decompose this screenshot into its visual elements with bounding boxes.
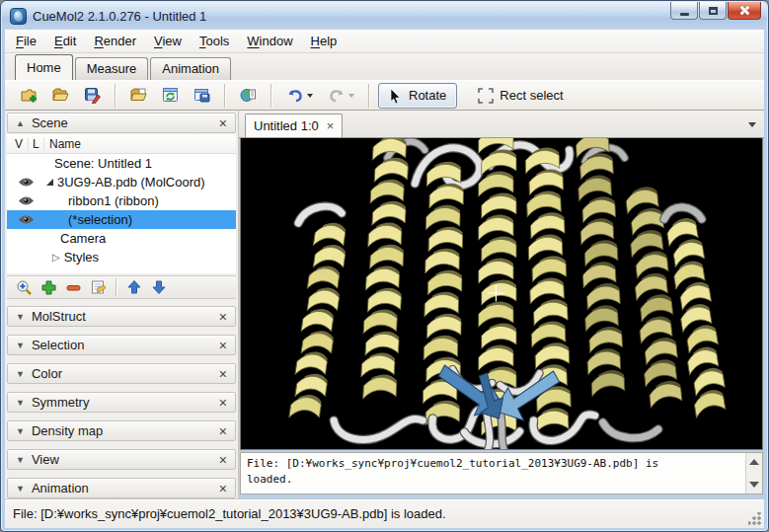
menu-render[interactable]: Render <box>85 31 145 51</box>
panel-close-icon[interactable]: × <box>219 398 227 408</box>
tree-item-label: 3UG9-AB.pdb (MolCoord) <box>57 175 205 190</box>
menu-edit[interactable]: Edit <box>45 31 85 51</box>
expand-chevron-icon: ▼ <box>16 426 25 436</box>
tree-row[interactable]: (*selection) <box>7 210 236 229</box>
panel-title: Selection <box>32 338 219 352</box>
tab-animation[interactable]: Animation <box>150 57 231 80</box>
close-button[interactable] <box>728 2 761 20</box>
app-window: CueMol2 2.1.0.276 - Untitled 1 FileEditR… <box>0 0 769 532</box>
scene-new-icon <box>21 87 38 104</box>
panel-close-icon[interactable]: × <box>219 341 227 350</box>
add-button[interactable] <box>38 277 59 297</box>
tab-measure[interactable]: Measure <box>75 57 149 80</box>
expand-chevron-icon: ▼ <box>16 341 25 350</box>
move-up-icon <box>126 279 142 295</box>
scroll-up-icon[interactable] <box>749 459 759 465</box>
toolbar-separator <box>115 84 115 108</box>
panel-close-icon[interactable]: × <box>219 426 227 436</box>
menu-help[interactable]: Help <box>302 31 346 51</box>
tree-item-label: Styles <box>64 250 99 265</box>
view-reload-button[interactable] <box>156 83 184 109</box>
toolbar-separator <box>368 84 369 108</box>
scene-open-button[interactable] <box>46 83 74 109</box>
panel-close-icon[interactable]: × <box>219 455 227 465</box>
panel-header-view[interactable]: ▼View× <box>7 449 236 470</box>
cursor-arrow-icon <box>389 88 403 104</box>
properties-button[interactable] <box>87 277 109 297</box>
minimize-button[interactable] <box>670 2 698 20</box>
zoom-plus-icon <box>16 279 33 296</box>
move-down-icon <box>151 279 167 295</box>
toolbar-separator <box>224 84 225 108</box>
menu-view[interactable]: View <box>145 31 191 51</box>
panel-header-molstruct[interactable]: ▼MolStruct× <box>7 306 236 327</box>
panel-header-density-map[interactable]: ▼Density map× <box>7 420 236 441</box>
resize-grip[interactable] <box>748 512 762 526</box>
tab-home[interactable]: Home <box>15 54 73 80</box>
log-output[interactable]: File: [D:¥works_sync¥proj¥cuemol2_tutori… <box>240 452 763 494</box>
visibility-eye-icon[interactable] <box>7 195 44 206</box>
add-icon <box>40 279 57 296</box>
view-tab-dropdown-icon[interactable] <box>748 122 756 127</box>
network-pdb-button[interactable] <box>234 83 262 109</box>
tree-row[interactable]: Scene: Untitled 1 <box>7 154 236 173</box>
panel-close-icon[interactable]: × <box>219 484 227 494</box>
expander-open-icon[interactable] <box>46 179 53 186</box>
file-open-button[interactable] <box>124 83 152 109</box>
tree-row[interactable]: Camera <box>7 229 236 248</box>
dropdown-caret-icon[interactable] <box>307 94 313 98</box>
menu-file[interactable]: File <box>7 31 45 51</box>
molecule-viewport[interactable] <box>240 138 763 450</box>
view-tab[interactable]: Untitled 1:0 × <box>245 114 343 137</box>
undo-button[interactable] <box>280 83 318 109</box>
zoom-plus-button[interactable] <box>13 277 35 297</box>
log-scrollbar[interactable] <box>745 453 762 494</box>
panel-header-color[interactable]: ▼Color× <box>7 363 236 384</box>
file-open-icon <box>130 87 147 104</box>
panel-close-icon[interactable]: × <box>219 369 227 379</box>
view-tab-close-icon[interactable]: × <box>327 121 335 131</box>
tree-row[interactable]: ribbon1 (ribbon) <box>7 191 236 210</box>
move-up-button[interactable] <box>123 277 145 297</box>
menu-tools[interactable]: Tools <box>191 31 238 51</box>
panel-header-symmetry[interactable]: ▼Symmetry× <box>7 392 236 413</box>
scene-new-button[interactable] <box>15 83 42 109</box>
view-save-button[interactable] <box>188 83 215 109</box>
expander-closed-icon[interactable]: ▷ <box>52 252 60 263</box>
move-down-button[interactable] <box>148 277 170 297</box>
scene-save-button[interactable] <box>78 83 106 109</box>
panel-header-selection[interactable]: ▼Selection× <box>7 335 236 355</box>
tree-row[interactable]: ▷Styles <box>7 248 236 266</box>
maximize-button[interactable] <box>699 2 727 20</box>
expand-chevron-icon: ▼ <box>16 369 25 379</box>
scroll-down-icon[interactable] <box>749 482 759 488</box>
rotate-label: Rotate <box>409 88 446 103</box>
menu-window[interactable]: Window <box>238 31 301 51</box>
app-icon <box>10 8 27 25</box>
scene-panel-close-icon[interactable]: × <box>219 118 227 128</box>
panel-title: Density map <box>32 423 219 438</box>
panel-title: Symmetry <box>32 395 219 410</box>
panel-header-animation[interactable]: ▼Animation× <box>7 478 236 498</box>
scene-panel-header[interactable]: ▲ Scene × <box>7 113 236 133</box>
status-text: File: [D:¥works_sync¥proj¥cuemol2_tutori… <box>13 506 446 521</box>
toolbar-separator <box>115 278 116 296</box>
tree-item-label: ribbon1 (ribbon) <box>68 193 159 208</box>
visibility-eye-icon[interactable] <box>7 214 44 225</box>
panel-close-icon[interactable]: × <box>219 312 227 322</box>
title-bar[interactable]: CueMol2 2.1.0.276 - Untitled 1 <box>2 2 767 30</box>
remove-button[interactable] <box>62 277 84 297</box>
redo-button[interactable] <box>322 83 359 109</box>
visibility-eye-icon[interactable] <box>7 177 44 188</box>
left-sidebar: ▲ Scene × V L Name Scene: Untitled 13UG9… <box>5 111 239 498</box>
panel-title: MolStruct <box>32 309 219 324</box>
collapse-chevron-icon: ▲ <box>16 118 25 128</box>
column-name: Name <box>44 137 81 151</box>
status-bar: File: [D:¥works_sync¥proj¥cuemol2_tutori… <box>5 498 764 528</box>
toolbar-separator <box>270 84 271 108</box>
dropdown-caret-icon[interactable] <box>348 94 354 98</box>
expand-chevron-icon: ▼ <box>16 312 25 322</box>
tree-row[interactable]: 3UG9-AB.pdb (MolCoord) <box>7 173 236 191</box>
rotate-tool-button[interactable]: Rotate <box>378 83 457 109</box>
rect-select-tool-button[interactable]: Rect select <box>467 83 574 109</box>
